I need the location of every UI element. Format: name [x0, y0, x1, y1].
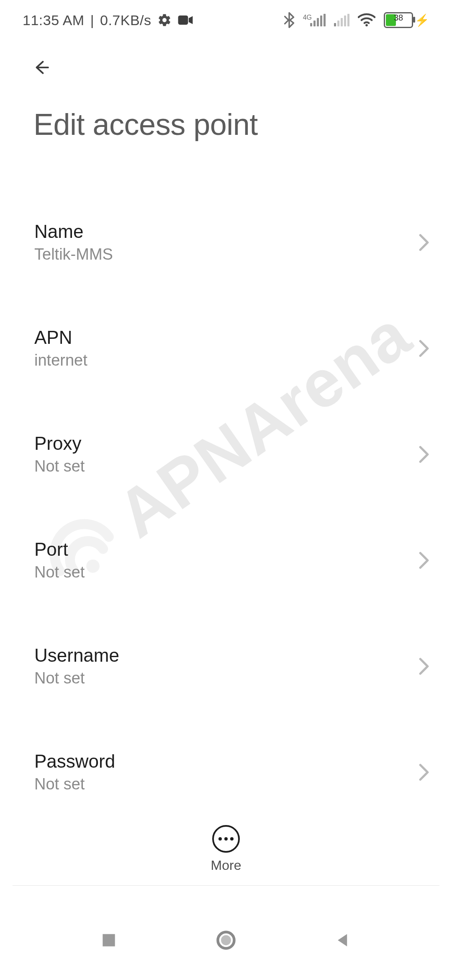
nav-back-button[interactable] — [331, 928, 356, 953]
status-bar: 11:35 AM | 0.7KB/s 4G 38 ⚡ — [0, 0, 452, 40]
signal-sim1-icon — [310, 14, 326, 26]
row-value: Not set — [34, 775, 115, 793]
row-label: APN — [34, 327, 87, 348]
nav-home-button[interactable] — [213, 928, 239, 953]
bottom-toolbar: More — [0, 813, 452, 885]
status-sep: | — [90, 12, 94, 28]
row-proxy[interactable]: Proxy Not set — [34, 416, 431, 493]
svg-rect-1 — [178, 15, 188, 25]
back-button[interactable] — [33, 53, 63, 82]
gear-icon — [157, 13, 172, 27]
more-icon — [212, 825, 240, 853]
wifi-icon — [358, 13, 375, 27]
row-label: Name — [34, 221, 113, 242]
page-title: Edit access point — [33, 107, 419, 142]
chevron-right-icon — [419, 763, 429, 781]
chevron-right-icon — [419, 658, 429, 675]
row-port[interactable]: Port Not set — [34, 522, 431, 599]
nav-recents-button[interactable] — [96, 928, 121, 953]
more-button[interactable]: More — [211, 825, 241, 873]
chevron-right-icon — [419, 552, 429, 569]
toolbar-divider — [13, 885, 439, 886]
camera-icon — [177, 14, 193, 26]
svg-rect-3 — [103, 934, 115, 946]
svg-point-5 — [221, 935, 231, 945]
row-apn[interactable]: APN internet — [34, 310, 431, 387]
bluetooth-icon — [284, 12, 295, 28]
chevron-right-icon — [419, 234, 429, 251]
status-time: 11:35 AM — [23, 12, 85, 28]
row-username[interactable]: Username Not set — [34, 628, 431, 705]
signal-sim2-icon — [334, 14, 349, 26]
row-value: internet — [34, 351, 87, 369]
chevron-right-icon — [419, 446, 429, 463]
battery-icon: 38 ⚡ — [384, 12, 429, 28]
row-label: Port — [34, 539, 85, 560]
status-data-rate: 0.7KB/s — [100, 12, 152, 28]
page-header: Edit access point — [0, 40, 452, 146]
row-label: Username — [34, 645, 119, 666]
row-value: Teltik-MMS — [34, 245, 113, 263]
row-name[interactable]: Name Teltik-MMS — [34, 204, 431, 281]
row-value: Not set — [34, 563, 85, 581]
more-label: More — [211, 858, 241, 873]
row-label: Proxy — [34, 433, 85, 454]
apn-field-list: Name Teltik-MMS APN internet Proxy Not s… — [0, 204, 452, 883]
system-nav-bar — [0, 900, 452, 980]
row-value: Not set — [34, 457, 85, 475]
row-label: Password — [34, 751, 115, 772]
chevron-right-icon — [419, 340, 429, 357]
row-password[interactable]: Password Not set — [34, 734, 431, 811]
svg-point-2 — [365, 24, 368, 26]
charging-icon: ⚡ — [415, 13, 429, 27]
row-value: Not set — [34, 669, 119, 687]
